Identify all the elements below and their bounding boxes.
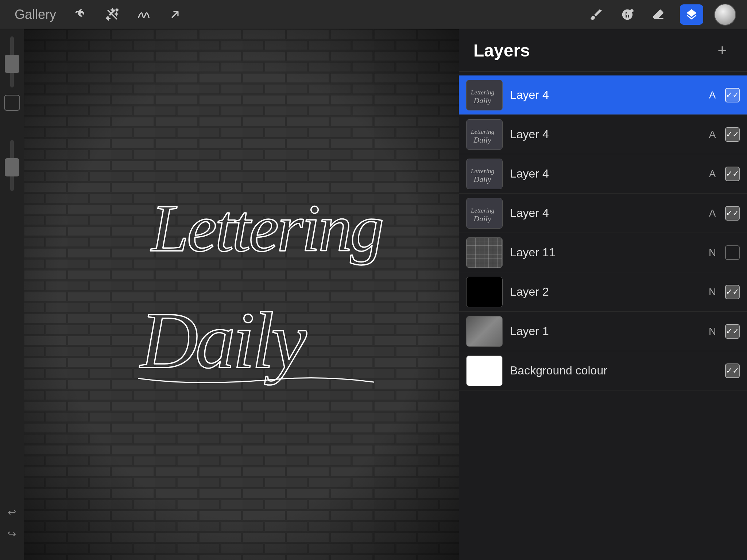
svg-text:Daily: Daily (139, 296, 307, 385)
layer-name: Layer 4 (510, 167, 707, 180)
toolbar-left: Gallery (11, 4, 586, 25)
layers-title: Layers (473, 40, 530, 61)
eraser-icon (652, 8, 666, 22)
add-layer-button[interactable]: + (712, 40, 732, 61)
layer-visibility-checkbox[interactable]: ✓ (725, 88, 740, 102)
layer-name: Layer 4 (510, 128, 707, 141)
layer-opacity: A (707, 207, 718, 219)
svg-text:Lettering: Lettering (150, 191, 382, 265)
layer-visibility-checkbox[interactable]: ✓ (725, 285, 740, 299)
layer-row[interactable]: Lettering Daily Layer 4 A ✓ (459, 75, 747, 115)
layers-icon (685, 8, 698, 21)
layer-thumbnail (466, 237, 503, 268)
layer-row[interactable]: Layer 1 N ✓ (459, 312, 747, 351)
layer-visibility-checkbox[interactable]: ✓ (725, 324, 740, 339)
svg-text:Lettering: Lettering (471, 207, 495, 214)
smudge-icon (620, 8, 634, 22)
layer-thumbnail (466, 277, 503, 307)
layer-name: Layer 4 (510, 88, 707, 102)
toolbar-right (586, 4, 736, 26)
export-icon (168, 8, 182, 22)
undo-redo-controls: ↩ ↪ (4, 504, 20, 542)
layer-name: Layer 4 (510, 206, 707, 220)
layer-row[interactable]: Layer 2 N ✓ (459, 272, 747, 312)
layer-thumbnail (466, 316, 503, 347)
layers-panel: Layers + Lettering Daily Layer 4 A ✓ (459, 29, 747, 560)
layer-opacity: N (707, 247, 718, 258)
canvas-lettering: Lettering Daily (118, 171, 392, 419)
layer-row[interactable]: Background colour ✓ (459, 351, 747, 390)
svg-text:Lettering: Lettering (471, 167, 495, 175)
layer-opacity: N (707, 286, 718, 298)
svg-text:Daily: Daily (473, 175, 491, 183)
smudge-button[interactable] (617, 4, 638, 25)
layer-visibility-checkbox[interactable]: ✓ (725, 206, 740, 221)
brush-button[interactable] (586, 4, 606, 25)
redo-button[interactable]: ↪ (4, 526, 20, 542)
gallery-button[interactable]: Gallery (11, 7, 60, 22)
undo-button[interactable]: ↩ (4, 504, 20, 520)
layer-thumbnail: Lettering Daily (466, 159, 503, 189)
svg-text:Daily: Daily (473, 214, 491, 223)
magic-wand-icon (105, 8, 119, 22)
layer-row[interactable]: Lettering Daily Layer 4 A ✓ (459, 194, 747, 233)
wrench-icon (74, 8, 88, 22)
square-tool-button[interactable] (4, 95, 20, 111)
export-button[interactable] (165, 4, 185, 25)
layer-opacity: N (707, 326, 718, 337)
svg-text:Lettering: Lettering (471, 128, 495, 135)
size-slider[interactable] (10, 140, 14, 191)
toolbar: Gallery (0, 0, 747, 29)
brush-icon (589, 8, 603, 22)
layer-thumbnail: Lettering Daily (466, 119, 503, 150)
layer-name: Background colour (510, 364, 707, 377)
stroke-icon (137, 8, 151, 22)
svg-text:Daily: Daily (473, 96, 491, 105)
layers-list: Lettering Daily Layer 4 A ✓ Lettering Da… (459, 72, 747, 394)
svg-text:Daily: Daily (473, 135, 491, 144)
color-circle[interactable] (714, 4, 736, 26)
layer-visibility-checkbox[interactable] (725, 245, 740, 260)
svg-text:Lettering: Lettering (471, 89, 495, 96)
layer-opacity: A (707, 129, 718, 140)
stroke-button[interactable] (133, 4, 154, 25)
layer-visibility-checkbox[interactable]: ✓ (725, 167, 740, 181)
opacity-slider[interactable] (10, 36, 14, 88)
layer-row[interactable]: Lettering Daily Layer 4 A ✓ (459, 154, 747, 194)
wrench-button[interactable] (71, 4, 91, 25)
layers-header: Layers + (459, 29, 747, 72)
layer-name: Layer 1 (510, 324, 707, 338)
magic-wand-button[interactable] (102, 4, 123, 25)
layer-opacity: A (707, 89, 718, 101)
layer-row[interactable]: Layer 11 N (459, 233, 747, 272)
layer-thumbnail: Lettering Daily (466, 198, 503, 229)
layer-row[interactable]: Lettering Daily Layer 4 A ✓ (459, 115, 747, 154)
layer-thumbnail (466, 355, 503, 386)
left-sidebar: ↩ ↪ (0, 29, 24, 560)
layer-visibility-checkbox[interactable]: ✓ (725, 363, 740, 378)
layer-thumbnail: Lettering Daily (466, 80, 503, 110)
canvas-area: Lettering Daily (24, 29, 459, 560)
layer-name: Layer 2 (510, 285, 707, 299)
layer-opacity: A (707, 168, 718, 180)
layer-name: Layer 11 (510, 246, 707, 259)
layer-visibility-checkbox[interactable]: ✓ (725, 127, 740, 142)
layers-button[interactable] (680, 4, 703, 25)
eraser-button[interactable] (649, 4, 669, 25)
